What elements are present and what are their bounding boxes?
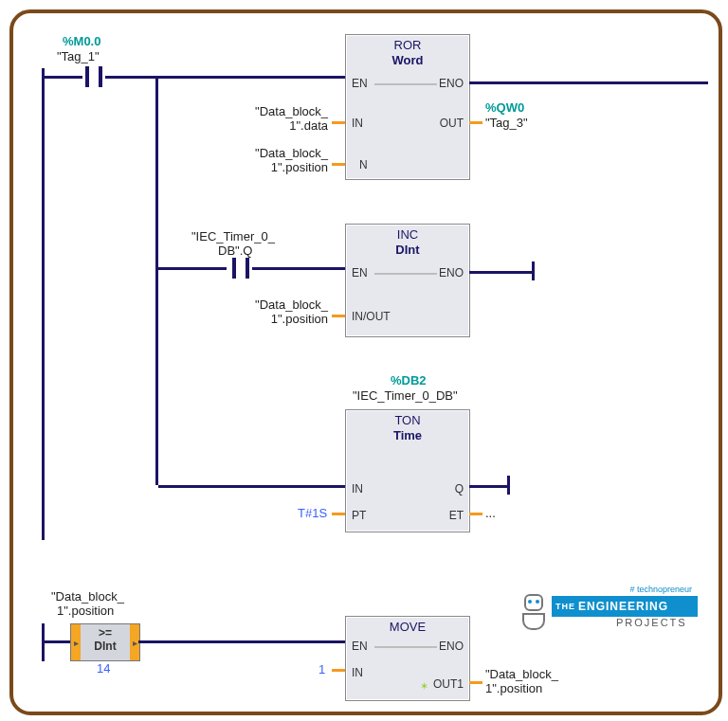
stub	[469, 121, 482, 124]
ror-in-label-l2: 1".data	[250, 118, 328, 133]
wire	[158, 76, 345, 79]
ton-dbname: "IEC_Timer_0_DB"	[353, 388, 458, 403]
ton-pt: PT	[352, 509, 366, 522]
ton-et-val: ...	[485, 506, 496, 520]
watermark-logo: # technopreneur THE ENGINEERING PROJECTS	[514, 586, 694, 634]
ror-n-label-l2: 1".position	[250, 160, 328, 174]
wire	[469, 271, 532, 274]
branch-vertical	[155, 76, 158, 485]
rung1-tag: "Tag_1"	[57, 49, 100, 63]
compare-block[interactable]: ▸ ▸ >= DInt	[70, 623, 140, 661]
wire	[252, 267, 345, 270]
move-eno: ENO	[439, 640, 464, 653]
left-power-rail	[42, 68, 45, 540]
ton-in: IN	[352, 482, 363, 496]
logo-the: THE	[555, 602, 575, 611]
wire	[469, 81, 708, 84]
wire	[138, 640, 345, 643]
wire	[45, 640, 71, 643]
ton-title2: Time	[346, 428, 469, 443]
move-out-l2: 1".position	[485, 681, 542, 695]
no-contact-tag1[interactable]	[80, 66, 108, 87]
move-en: EN	[352, 640, 368, 653]
move-out1: OUT1	[433, 677, 464, 691]
ror-out-addr: %QW0	[485, 100, 524, 115]
move-out-l1: "Data_block_	[485, 667, 558, 681]
ton-q: Q	[455, 482, 464, 496]
robot-icon	[519, 594, 548, 632]
inc-inout: IN/OUT	[352, 310, 391, 323]
ton-pt-val: T#1S	[298, 506, 327, 520]
stub	[469, 681, 482, 684]
eno-bar	[374, 273, 437, 275]
stub	[332, 163, 345, 166]
wire	[45, 76, 82, 79]
compare-value: 14	[97, 661, 110, 676]
wire	[469, 485, 507, 488]
compare-l1: "Data_block_	[51, 589, 124, 604]
stub	[332, 669, 345, 672]
ror-in-label-l1: "Data_block_	[250, 104, 328, 118]
move-block[interactable]: MOVE EN ENO IN OUT1	[345, 616, 470, 701]
eno-bar	[374, 83, 437, 85]
inc-contact-l2: DB".Q	[218, 243, 252, 258]
compare-select-left[interactable]: ▸	[71, 624, 81, 660]
move-title: MOVE	[346, 620, 469, 635]
logo-projects: PROJECTS	[616, 617, 687, 628]
terminator	[507, 476, 510, 495]
eno-bar	[374, 646, 437, 648]
ror-block[interactable]: ROR Word EN ENO IN OUT N	[345, 34, 470, 180]
diagram-frame: %M0.0 "Tag_1" ROR Word EN ENO IN OUT N	[9, 9, 722, 715]
stub	[469, 513, 482, 515]
ton-db: %DB2	[391, 373, 427, 388]
inc-eno: ENO	[439, 266, 464, 279]
inc-io-l1: "Data_block_	[250, 297, 328, 312]
move-in: IN	[352, 666, 363, 679]
ladder-canvas: %M0.0 "Tag_1" ROR Word EN ENO IN OUT N	[13, 13, 719, 712]
no-contact-timerq[interactable]	[227, 258, 255, 279]
stub	[332, 513, 345, 515]
ton-et: ET	[449, 509, 464, 522]
stub	[332, 315, 345, 317]
add-output-icon[interactable]	[420, 679, 429, 689]
ror-en: EN	[352, 77, 368, 90]
inc-title2: DInt	[346, 243, 469, 258]
wire	[105, 76, 158, 79]
inc-contact-l1: "IEC_Timer_0_	[191, 229, 275, 243]
compare-l2: 1".position	[57, 604, 114, 618]
wire	[158, 485, 345, 488]
rung1-address: %M0.0	[63, 34, 100, 48]
inc-io-l2: 1".position	[250, 312, 328, 326]
ror-title1: ROR	[346, 38, 469, 53]
ror-in: IN	[352, 117, 363, 130]
ror-out: OUT	[440, 117, 464, 130]
ton-title1: TON	[346, 413, 469, 428]
inc-title1: INC	[346, 227, 469, 243]
stub	[332, 121, 345, 124]
logo-eng: ENGINEERING	[578, 600, 668, 613]
inc-block[interactable]: INC DInt EN ENO IN/OUT	[345, 224, 470, 337]
wire	[158, 267, 227, 270]
ror-out-tag: "Tag_3"	[485, 116, 528, 130]
logo-hash: # technopreneur	[629, 585, 692, 594]
inc-en: EN	[352, 266, 368, 279]
ton-block[interactable]: TON Time IN Q PT ET	[345, 409, 470, 532]
ror-eno: ENO	[439, 77, 464, 90]
ror-n: N	[359, 158, 368, 171]
ror-n-label-l1: "Data_block_	[250, 146, 328, 160]
terminator	[532, 261, 535, 280]
move-in-val: 1	[318, 662, 325, 676]
ror-title2: Word	[346, 53, 469, 68]
